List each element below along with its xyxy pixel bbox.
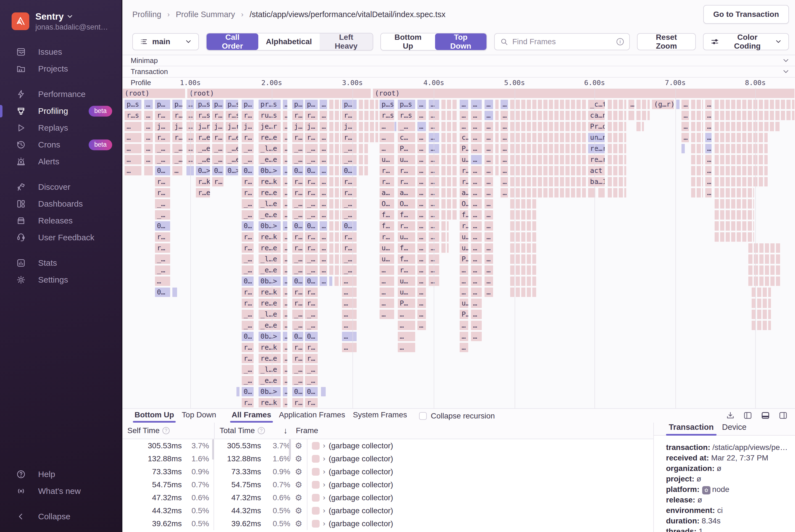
flame-frame[interactable]: … <box>187 100 194 109</box>
flame-frame[interactable]: … <box>320 210 327 220</box>
flame-frame[interactable]: _… <box>155 199 170 209</box>
flame-frame[interactable]: j…r <box>196 122 210 131</box>
flame-frame[interactable]: … <box>681 111 689 120</box>
flame-frame[interactable]: _…e <box>226 144 239 153</box>
flame-frame[interactable] <box>329 277 333 286</box>
flame-frame[interactable]: … <box>144 100 153 109</box>
flame-frame[interactable]: … <box>417 254 426 264</box>
flame-frame[interactable]: O… <box>398 199 415 209</box>
flame-frame[interactable]: _… <box>305 376 318 385</box>
dir-bottom-up-button[interactable]: Bottom Up <box>381 34 435 50</box>
flame-frame[interactable]: … <box>283 365 287 374</box>
flame-frame[interactable]: r… <box>242 398 253 407</box>
flame-frame[interactable]: _… <box>242 310 253 319</box>
self-time-header[interactable]: Self Time? <box>122 423 215 439</box>
flame-frame[interactable]: a… <box>380 188 394 197</box>
sidebar-item-replays[interactable]: Replays <box>0 120 121 136</box>
flame-frame[interactable]: … <box>417 232 426 242</box>
flame-frame[interactable]: f… <box>460 210 468 220</box>
flame-frame[interactable]: 0b…> <box>259 166 281 175</box>
flame-frame[interactable]: … <box>417 265 426 275</box>
flame-frame[interactable]: … <box>705 177 712 187</box>
flame-frame[interactable]: (g…r) <box>652 100 674 109</box>
total-time-header[interactable]: Total Time? ↓ <box>215 423 291 439</box>
flame-frame[interactable]: _… <box>292 265 304 275</box>
scrollbar[interactable] <box>289 439 291 460</box>
flame-frame[interactable]: _… <box>242 265 253 275</box>
flame-frame[interactable]: … <box>429 111 439 120</box>
flame-frame[interactable]: O… <box>460 199 468 209</box>
sidebar-item-releases[interactable]: Releases <box>0 212 121 229</box>
flame-frame[interactable]: … <box>471 232 481 242</box>
flame-frame[interactable]: … <box>283 243 287 253</box>
flame-frame[interactable]: … <box>417 177 426 187</box>
flame-frame[interactable]: a… <box>460 188 468 197</box>
flame-frame[interactable]: … <box>417 288 426 297</box>
color-coding-button[interactable]: Color Coding <box>703 33 789 50</box>
flame-frame[interactable]: … <box>380 277 394 286</box>
flame-frame[interactable] <box>628 111 634 120</box>
flame-frame[interactable]: p…s <box>196 100 210 109</box>
flame-frame[interactable]: … <box>500 155 508 164</box>
flame-frame[interactable]: _… <box>242 210 253 220</box>
thread-select[interactable]: main <box>132 33 199 50</box>
flame-frame[interactable]: … <box>417 166 426 175</box>
flame-frame[interactable]: … <box>283 376 287 385</box>
flame-frame[interactable]: … <box>429 188 439 197</box>
flame-frame[interactable]: r… <box>212 177 224 187</box>
flame-frame[interactable]: … <box>283 387 287 396</box>
flame-frame[interactable]: _… <box>212 155 224 164</box>
flame-frame[interactable]: f… <box>398 254 415 264</box>
flame-frame[interactable]: r… <box>155 243 170 253</box>
flame-frame[interactable]: 0… <box>342 166 357 175</box>
sort-alphabetical-button[interactable]: Alphabetical <box>258 34 320 50</box>
flame-frame[interactable]: r… <box>242 177 253 187</box>
flame-frame[interactable]: … <box>283 111 287 120</box>
find-frames-search[interactable]: i <box>494 33 630 50</box>
flame-frame[interactable]: r… <box>212 133 224 142</box>
flame-frame[interactable]: f… <box>380 210 394 220</box>
flame-frame[interactable]: … <box>417 111 426 120</box>
flame-frame[interactable] <box>588 188 595 197</box>
flame-frame[interactable]: pr…s <box>259 100 281 109</box>
flame-frame[interactable]: _l…e <box>259 144 281 153</box>
frame-name[interactable]: (garbage collector) <box>329 441 393 450</box>
flame-frame[interactable]: _e…e <box>259 210 281 220</box>
flame-frame[interactable]: 0… <box>292 221 304 231</box>
flame-frame[interactable]: _… <box>305 144 318 153</box>
sidebar-item-dashboards[interactable]: Dashboards <box>0 195 121 212</box>
flame-frame[interactable]: r… <box>292 232 304 242</box>
flame-frame[interactable]: r… <box>172 111 182 120</box>
flame-frame[interactable]: … <box>283 133 287 142</box>
flame-frame[interactable]: … <box>320 232 327 242</box>
flame-frame[interactable]: … <box>342 277 357 286</box>
flame-frame[interactable] <box>395 122 396 131</box>
flame-frame[interactable]: … <box>320 111 327 120</box>
flame-frame[interactable]: 0b…> <box>259 387 281 396</box>
tab-device[interactable]: Device <box>719 423 750 435</box>
flame-frame[interactable]: … <box>283 122 287 131</box>
flame-frame[interactable]: … <box>320 199 327 209</box>
flame-frame[interactable]: … <box>320 254 327 264</box>
flame-frame[interactable]: r… <box>242 188 253 197</box>
chevron-right-icon[interactable]: › <box>323 506 325 515</box>
flame-frame[interactable]: _… <box>342 254 357 264</box>
flame-frame[interactable]: p… <box>172 100 182 109</box>
flame-frame[interactable]: 0… <box>242 387 253 396</box>
flame-frame[interactable]: … <box>155 277 170 286</box>
flame-frame[interactable]: p… <box>305 100 318 109</box>
collapse-recursion-toggle[interactable]: Collapse recursion <box>419 412 495 423</box>
flame-frame[interactable]: _… <box>292 144 304 153</box>
flame-frame[interactable]: … <box>429 100 439 109</box>
flame-frame[interactable]: … <box>429 221 439 231</box>
flame-frame[interactable]: … <box>283 277 287 286</box>
sort-left-heavy-button[interactable]: Left Heavy <box>320 34 373 50</box>
flame-frame[interactable]: r… <box>292 243 304 253</box>
flame-frame[interactable]: … <box>500 122 508 131</box>
flame-frame[interactable]: _… <box>292 254 304 264</box>
flame-frame[interactable]: r… <box>380 177 394 187</box>
gear-icon[interactable]: ⚙ <box>290 491 307 504</box>
flame-frame[interactable]: … <box>471 144 481 153</box>
flame-frame[interactable]: r… <box>242 111 253 120</box>
flame-frame[interactable]: _… <box>242 321 253 330</box>
